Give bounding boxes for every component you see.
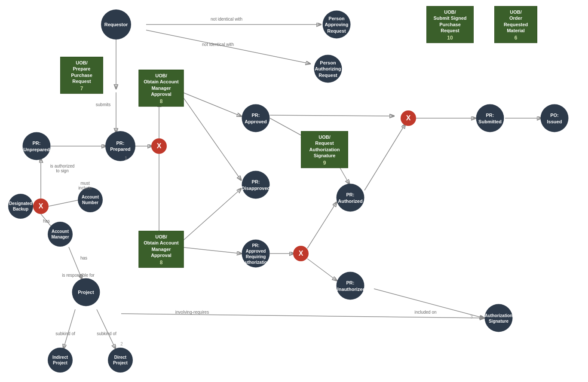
pr-unauthorized-node: PR:Unauthorized — [337, 272, 364, 300]
label-has-1: has — [43, 219, 50, 223]
uob-obtain-approval-2-box: UOB/Obtain AccountManagerApproval 8 — [139, 231, 184, 268]
account-number-node: AccountNumber — [78, 187, 103, 212]
auth-signature-node: AuthorizationSignature — [485, 304, 513, 332]
svg-line-15 — [307, 203, 336, 248]
label-involving-requires: involving-requires — [175, 310, 209, 315]
label-submits: submits — [96, 102, 110, 107]
project-node: Project — [72, 278, 100, 306]
designated-backup-node: DesignatedBackup — [8, 194, 33, 219]
svg-line-9 — [181, 94, 241, 180]
xgate-1: X — [151, 138, 167, 154]
uob-request-auth-box: UOB/RequestAuthorizationSignature 9 — [301, 131, 348, 168]
label-responsible-for: is responsible for — [62, 273, 95, 278]
person-authorizing-node: PersonAuthorizingRequest — [314, 55, 342, 83]
label-number-3: 3 — [470, 315, 473, 319]
uob-order-material-box: UOB/OrderRequestedMaterial 6 — [494, 6, 537, 43]
label-subkind-2: subkind of — [97, 331, 116, 336]
svg-line-22 — [121, 314, 484, 318]
xgate-4: X — [293, 246, 309, 261]
svg-line-27 — [97, 309, 115, 348]
xgate-3: X — [401, 110, 416, 126]
person-approving-node: PersonApprovingRequest — [323, 11, 351, 39]
uob-obtain-approval-1-box: UOB/Obtain AccountManagerApproval 8 — [139, 70, 184, 107]
svg-line-26 — [64, 309, 75, 348]
diagram-canvas: Requestor PersonApprovingRequest PersonA… — [0, 0, 588, 382]
direct-project-node: DirectProject — [108, 348, 133, 373]
label-not-identical-1: not identical with — [211, 17, 242, 21]
indirect-project-node: IndirectProject — [48, 348, 73, 373]
svg-line-11 — [181, 189, 241, 243]
svg-line-1 — [146, 30, 309, 64]
svg-line-10 — [181, 247, 241, 254]
label-included-on: included on — [414, 310, 436, 315]
label-number-1: 1 — [125, 156, 127, 161]
pr-unprepared-node: PR:Unprepared — [23, 132, 51, 160]
svg-line-8 — [181, 92, 241, 116]
svg-line-18 — [364, 125, 405, 190]
requestor-node: Requestor — [101, 9, 131, 40]
pr-authorized-node: PR:Authorized — [337, 184, 364, 212]
label-number-2: 2 — [120, 342, 123, 346]
svg-line-12 — [270, 118, 305, 138]
label-must-include: mustinclude — [78, 181, 92, 190]
label-not-identical-2: not identical with — [202, 42, 234, 47]
label-is-authorized: is authorizedto sign — [50, 164, 75, 173]
pr-approved-requiring-node: PR:ApprovedRequiringAuthorization — [242, 240, 270, 268]
pr-disapproved-node: PR:Disapproved — [242, 171, 270, 199]
svg-line-16 — [307, 259, 336, 280]
label-has-2: has — [80, 256, 87, 260]
uob-prepare-pr-box: UOB/PreparePurchaseRequest 7 — [60, 57, 103, 94]
po-issued-node: PO:Issued — [541, 104, 569, 132]
pr-submitted-node: PR:Submitted — [476, 104, 504, 132]
pr-approved-node: PR:Approved — [242, 104, 270, 132]
label-subkind-1: subkind of — [55, 331, 75, 336]
svg-line-13 — [270, 115, 393, 116]
xgate-2: X — [33, 199, 49, 214]
pr-prepared-node: PR:Prepared — [105, 131, 135, 161]
account-manager-node: AccountManager — [48, 222, 73, 247]
uob-submit-signed-box: UOB/Submit SignedPurchaseRequest 10 — [426, 6, 474, 43]
